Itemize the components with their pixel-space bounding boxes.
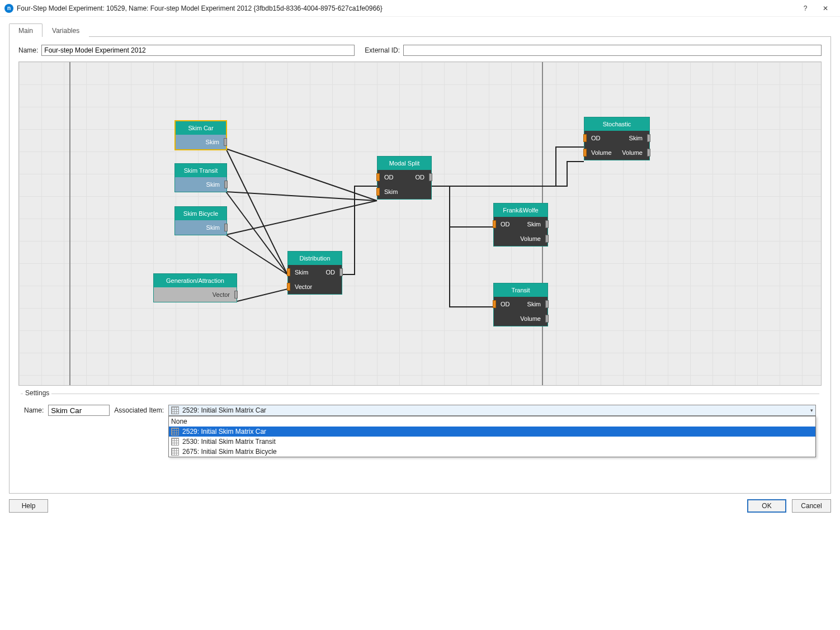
settings-group: Settings Name: Associated Item: 2529: In…	[18, 394, 822, 493]
node-transit[interactable]: Transit OD Skim Volume	[493, 283, 548, 326]
node-title: Frank&Wolfe	[494, 203, 548, 217]
node-title: Modal Split	[377, 157, 431, 170]
settings-legend: Settings	[23, 389, 51, 397]
help-button[interactable]: Help	[9, 499, 48, 513]
input-port[interactable]	[583, 134, 587, 142]
external-id-label: External ID:	[365, 46, 400, 54]
port-label: Skim	[527, 301, 541, 307]
port-label: Volume	[591, 149, 612, 156]
combo-option[interactable]: 2530: Initial Skim Matrix Transit	[169, 437, 815, 447]
node-title: Stochastic	[584, 117, 649, 131]
output-port[interactable]	[545, 220, 549, 228]
associated-item-combo[interactable]: 2529: Initial Skim Matrix Car ▾ None 252…	[168, 405, 816, 416]
connection-wires	[19, 62, 821, 385]
port-label: Skim	[629, 135, 643, 141]
output-port[interactable]	[224, 181, 228, 188]
app-icon: n	[4, 4, 13, 13]
node-skim-bicycle[interactable]: Skim Bicycle Skim	[174, 206, 227, 235]
output-port[interactable]	[545, 235, 549, 243]
port-label: OD	[384, 174, 394, 181]
node-distribution[interactable]: Distribution Skim OD Vector	[287, 251, 342, 295]
port-label: Volume	[520, 235, 541, 242]
input-port[interactable]	[376, 173, 380, 181]
output-port[interactable]	[545, 300, 549, 308]
port-label: OD	[326, 269, 336, 276]
port-label: Volume	[622, 149, 643, 156]
node-generation-attraction[interactable]: Generation/Attraction Vector	[153, 273, 237, 302]
dialog-footer: Help OK Cancel	[0, 494, 840, 518]
tab-bar: Main Variables	[0, 21, 840, 37]
tab-variables[interactable]: Variables	[43, 23, 89, 37]
combo-dropdown: None 2529: Initial Skim Matrix Car 2530:…	[168, 416, 816, 457]
ok-button[interactable]: OK	[747, 499, 786, 513]
port-label: Skim	[206, 181, 220, 188]
chevron-down-icon: ▾	[810, 408, 813, 413]
combo-selected: 2529: Initial Skim Matrix Car	[182, 406, 266, 414]
port-label: Skim	[295, 269, 308, 276]
matrix-icon	[171, 406, 179, 414]
titlebar: n Four-Step Model Experiment: 10529, Nam…	[0, 0, 840, 17]
output-port[interactable]	[545, 315, 549, 323]
input-port[interactable]	[493, 300, 496, 308]
port-label: OD	[416, 174, 425, 181]
node-stochastic[interactable]: Stochastic OD Skim Volume Volume	[584, 117, 650, 160]
node-title: Skim Transit	[175, 164, 226, 177]
output-port[interactable]	[647, 134, 650, 142]
input-port[interactable]	[287, 268, 290, 276]
input-port[interactable]	[493, 220, 496, 228]
combo-option[interactable]: 2675: Initial Skim Matrix Bicycle	[169, 447, 815, 457]
port-label: Vector	[295, 283, 312, 290]
output-port[interactable]	[234, 291, 238, 299]
cancel-button[interactable]: Cancel	[792, 499, 831, 513]
associated-item-label: Associated Item:	[114, 406, 164, 414]
output-port[interactable]	[224, 224, 228, 231]
name-label: Name:	[18, 46, 38, 54]
window-title: Four-Step Model Experiment: 10529, Name:…	[17, 4, 795, 12]
port-label: OD	[591, 135, 601, 141]
node-title: Generation/Attraction	[154, 274, 237, 287]
combo-option-none[interactable]: None	[169, 416, 815, 427]
port-label: Volume	[520, 315, 541, 322]
node-title: Skim Bicycle	[175, 207, 226, 220]
port-label: Vector	[213, 291, 230, 298]
guide-line	[69, 62, 70, 385]
matrix-icon	[171, 438, 179, 446]
output-port[interactable]	[647, 149, 650, 157]
port-label: Skim	[206, 224, 220, 231]
node-modal-split[interactable]: Modal Split OD OD Skim	[377, 156, 432, 200]
port-label: OD	[501, 301, 510, 307]
input-port[interactable]	[376, 188, 380, 196]
help-icon[interactable]: ?	[795, 1, 815, 16]
external-id-input[interactable]	[403, 45, 822, 56]
combo-option[interactable]: 2529: Initial Skim Matrix Car	[169, 427, 815, 437]
matrix-icon	[171, 448, 179, 456]
output-port[interactable]	[339, 268, 343, 276]
port-label: Skim	[384, 188, 398, 195]
port-label: Skim	[527, 221, 541, 228]
node-title: Skim Car	[176, 121, 226, 135]
node-title: Transit	[494, 283, 548, 297]
output-port[interactable]	[224, 138, 227, 146]
main-panel: Name: External ID:	[9, 37, 831, 494]
node-skim-transit[interactable]: Skim Transit Skim	[174, 163, 227, 192]
node-title: Distribution	[288, 252, 342, 265]
port-label: OD	[501, 221, 510, 228]
input-port[interactable]	[583, 149, 587, 157]
input-port[interactable]	[287, 283, 290, 291]
output-port[interactable]	[429, 173, 432, 181]
node-frank-wolfe[interactable]: Frank&Wolfe OD Skim Volume	[493, 203, 548, 247]
tab-main[interactable]: Main	[9, 23, 43, 37]
name-input[interactable]	[41, 45, 355, 56]
settings-name-input[interactable]	[48, 405, 110, 416]
close-icon[interactable]: ✕	[815, 1, 836, 16]
diagram-canvas[interactable]: Skim Car Skim Skim Transit Skim Skim Bic…	[18, 61, 822, 386]
node-skim-car[interactable]: Skim Car Skim	[174, 120, 227, 150]
matrix-icon	[171, 428, 179, 435]
settings-name-label: Name:	[24, 406, 44, 414]
port-label: Skim	[206, 139, 219, 145]
